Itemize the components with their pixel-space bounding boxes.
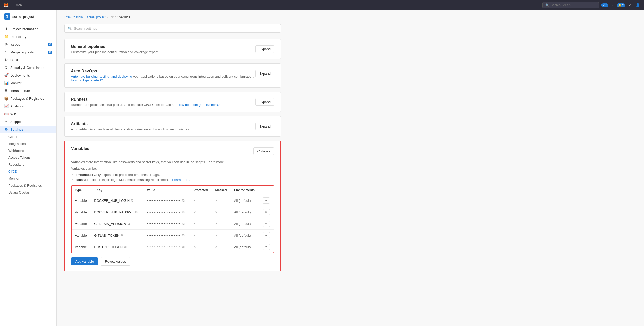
section-info: Artifacts A job artifact is an archive o… [71,122,190,131]
copy-value-icon[interactable]: ⧉ [182,233,185,237]
add-variable-button[interactable]: Add variable [71,257,98,265]
general-pipelines-section: General pipelines Customize your pipelin… [64,39,281,59]
copy-value-icon[interactable]: ⧉ [182,199,185,202]
cell-protected: × [190,230,212,241]
artifacts-expand-button[interactable]: Expand [255,123,274,130]
sidebar-item-cicd[interactable]: ⚙ CI/CD [0,56,56,64]
copy-key-icon[interactable]: ⧉ [128,222,130,225]
sidebar-sub-access-tokens[interactable]: Access Tokens [0,154,56,161]
search-icon: 🔍 [68,27,72,30]
sidebar-sub-packages[interactable]: Packages & Registries [0,182,56,189]
edit-variable-button[interactable]: ✏ [263,209,270,215]
masked-value: •••••••••••••••••••• [147,233,181,237]
cell-masked: × [212,230,231,241]
sidebar-item-security[interactable]: 🛡 Security & Compliance [0,64,56,71]
copy-key-icon[interactable]: ⧉ [135,210,138,214]
sidebar-item-settings[interactable]: ⚙ Settings [0,126,56,133]
cell-edit: ✏ [260,241,274,253]
cell-value: •••••••••••••••••••• ⧉ [144,206,190,218]
section-desc: A job artifact is an archive of files an… [71,127,190,131]
sidebar-item-infrastructure[interactable]: 🖥 Infrastructure [0,87,56,95]
auto-devops-link[interactable]: Automate building, testing, and deployin… [71,74,132,78]
notifications-badge[interactable]: 🔔2 [617,3,625,7]
breadcrumb: Efim Chashin › some_project › CI/CD Sett… [64,15,636,19]
table-row: Variable GENESIS_VERSION ⧉ •••••••••••••… [72,218,274,230]
cell-edit: ✏ [260,218,274,230]
copy-key-icon[interactable]: ⧉ [124,245,127,249]
cell-protected: × [190,218,212,230]
add-variable-row: Add variable Reveal values [71,257,274,266]
sidebar-sub-integrations[interactable]: Integrations [0,140,56,147]
runners-expand-button[interactable]: Expand [255,98,274,106]
cell-value: •••••••••••••••••••• ⧉ [144,195,190,206]
issues-icon: ◎ [4,42,8,46]
cell-edit: ✏ [260,206,274,218]
sidebar-item-packages[interactable]: 📦 Packages & Registries [0,95,56,102]
copy-value-icon[interactable]: ⧉ [182,210,185,214]
edit-variable-button[interactable]: ✏ [263,232,270,238]
search-icon: 🔍 [545,3,549,7]
cell-type: Variable [72,241,91,253]
sub-label: General [8,135,20,139]
variables-description: Variables store information, like passwo… [71,160,274,164]
table-row: Variable DOCKER_HUB_PASSW... ⧉ •••••••••… [72,206,274,218]
sidebar-item-repository[interactable]: 📁 Repository [0,33,56,40]
sidebar-item-issues[interactable]: ◎ Issues 0 [0,40,56,48]
copy-value-icon[interactable]: ⧉ [182,245,185,249]
cell-env: All (default) [231,218,260,230]
runners-link[interactable]: How do I configure runners? [177,103,219,107]
breadcrumb-sep1: › [84,15,85,19]
sidebar-item-analytics[interactable]: 📈 Analytics [0,102,56,110]
sidebar-sub-monitor[interactable]: Monitor [0,175,56,182]
sidebar-item-merge-requests[interactable]: ⑂ Merge requests 0 [0,48,56,56]
cell-value: •••••••••••••••••••• ⧉ [144,218,190,230]
sidebar-item-snippets[interactable]: ✂ Snippets [0,118,56,126]
copy-value-icon[interactable]: ⧉ [182,222,185,225]
sidebar-sub-repository[interactable]: Repository [0,161,56,168]
variables-masked-learn-more-link[interactable]: Learn more. [172,178,190,182]
edit-variable-button[interactable]: ✏ [263,221,270,227]
section-info: Auto DevOps Automate building, testing, … [71,69,255,82]
sidebar-item-deployments[interactable]: 🚀 Deployments [0,71,56,79]
status-badge[interactable]: ✓3 [601,3,609,7]
sidebar-item-label: Deployments [10,73,30,77]
global-search-input[interactable] [551,3,594,7]
copy-key-icon[interactable]: ⧉ [131,199,133,202]
variables-learn-more-link[interactable]: Learn more. [207,160,225,164]
copy-key-icon[interactable]: ⧉ [121,233,123,237]
snippets-icon: ✂ [4,120,8,124]
variables-collapse-button[interactable]: Collapse [253,147,274,155]
table-row: Variable HOSTING_TOKEN ⧉ •••••••••••••••… [72,241,274,253]
search-settings-input[interactable] [74,27,278,30]
search-settings-bar[interactable]: 🔍 [64,24,281,33]
breadcrumb-project[interactable]: some_project [87,15,105,19]
todo-icon[interactable]: ✓ [627,2,632,8]
menu-button[interactable]: ☰ Menu [12,3,23,7]
sidebar-sub-cicd[interactable]: CI/CD [0,168,56,175]
cell-protected: × [190,195,212,206]
auto-devops-expand-button[interactable]: Expand [255,70,274,77]
sidebar-item-monitor[interactable]: 📊 Monitor [0,79,56,87]
analytics-icon: 📈 [4,104,8,108]
reveal-values-button[interactable]: Reveal values [101,257,130,266]
shield-icon: 🛡 [4,65,8,70]
auto-devops-link2[interactable]: How do I get started? [71,78,103,82]
sidebar-item-wiki[interactable]: 📖 Wiki [0,110,56,118]
sidebar-sub-usage-quotas[interactable]: Usage Quotas [0,189,56,196]
sidebar-item-label: Repository [10,35,26,39]
sidebar-item-project-information[interactable]: ℹ Project information [0,25,56,33]
merge-request-icon[interactable]: ⑂ [610,2,615,8]
general-pipelines-expand-button[interactable]: Expand [255,45,274,53]
sidebar-item-label: Merge requests [10,50,34,54]
col-actions [260,186,274,195]
sidebar-sub-general[interactable]: General [0,133,56,140]
edit-variable-button[interactable]: ✏ [263,244,270,250]
col-protected: Protected [190,186,212,195]
global-search-bar[interactable]: 🔍 / [542,2,599,8]
sidebar-sub-webhooks[interactable]: Webhooks [0,147,56,154]
col-key[interactable]: ↑ Key [91,186,144,195]
edit-variable-button[interactable]: ✏ [263,197,270,204]
user-avatar[interactable]: 👤 [634,2,641,8]
sidebar-item-label: Infrastructure [10,89,30,93]
breadcrumb-user[interactable]: Efim Chashin [64,15,83,19]
